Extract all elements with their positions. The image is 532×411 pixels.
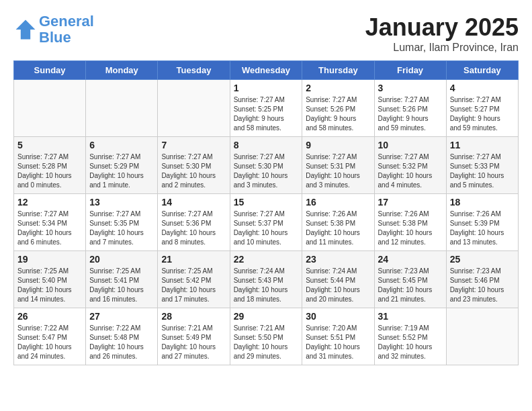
day-number: 5 bbox=[17, 140, 82, 150]
calendar-day-cell: 16Sunrise: 7:26 AM Sunset: 5:38 PM Dayli… bbox=[302, 194, 374, 251]
day-info: Sunrise: 7:25 AM Sunset: 5:42 PM Dayligh… bbox=[161, 267, 226, 304]
calendar-day-cell: 17Sunrise: 7:26 AM Sunset: 5:38 PM Dayli… bbox=[374, 194, 446, 251]
calendar-day-cell: 14Sunrise: 7:27 AM Sunset: 5:36 PM Dayli… bbox=[158, 194, 230, 251]
day-info: Sunrise: 7:20 AM Sunset: 5:51 PM Dayligh… bbox=[306, 324, 370, 361]
day-number: 27 bbox=[89, 311, 154, 322]
page-header: General Blue January 2025 Lumar, Ilam Pr… bbox=[13, 13, 519, 54]
day-info: Sunrise: 7:27 AM Sunset: 5:26 PM Dayligh… bbox=[378, 95, 443, 133]
calendar-day-cell: 18Sunrise: 7:26 AM Sunset: 5:39 PM Dayli… bbox=[446, 194, 518, 251]
day-info: Sunrise: 7:27 AM Sunset: 5:28 PM Dayligh… bbox=[17, 152, 82, 190]
day-number: 25 bbox=[450, 254, 515, 265]
day-info: Sunrise: 7:27 AM Sunset: 5:37 PM Dayligh… bbox=[234, 210, 299, 247]
day-info: Sunrise: 7:27 AM Sunset: 5:30 PM Dayligh… bbox=[161, 152, 226, 190]
calendar-day-cell: 26Sunrise: 7:22 AM Sunset: 5:47 PM Dayli… bbox=[14, 308, 86, 365]
day-number: 26 bbox=[17, 311, 82, 322]
day-number: 17 bbox=[378, 197, 443, 208]
day-number: 28 bbox=[161, 311, 226, 322]
calendar-week-row: 12Sunrise: 7:27 AM Sunset: 5:34 PM Dayli… bbox=[14, 194, 519, 251]
day-number: 12 bbox=[17, 197, 82, 208]
calendar-week-row: 1Sunrise: 7:27 AM Sunset: 5:25 PM Daylig… bbox=[14, 80, 519, 137]
weekday-header-cell: Tuesday bbox=[158, 61, 230, 80]
day-info: Sunrise: 7:27 AM Sunset: 5:30 PM Dayligh… bbox=[234, 152, 299, 190]
day-number: 14 bbox=[161, 197, 226, 208]
day-number: 4 bbox=[450, 83, 515, 93]
day-info: Sunrise: 7:23 AM Sunset: 5:45 PM Dayligh… bbox=[378, 267, 443, 304]
day-number: 29 bbox=[234, 311, 299, 322]
day-number: 22 bbox=[234, 254, 299, 265]
calendar-day-cell: 30Sunrise: 7:20 AM Sunset: 5:51 PM Dayli… bbox=[302, 308, 374, 365]
calendar-body: 1Sunrise: 7:27 AM Sunset: 5:25 PM Daylig… bbox=[14, 80, 519, 365]
day-number: 13 bbox=[89, 197, 154, 208]
calendar-day-cell: 25Sunrise: 7:23 AM Sunset: 5:46 PM Dayli… bbox=[446, 251, 518, 308]
day-number: 10 bbox=[378, 140, 443, 150]
day-number: 1 bbox=[234, 83, 299, 93]
calendar-day-cell: 24Sunrise: 7:23 AM Sunset: 5:45 PM Dayli… bbox=[374, 251, 446, 308]
day-info: Sunrise: 7:24 AM Sunset: 5:43 PM Dayligh… bbox=[234, 267, 299, 304]
day-info: Sunrise: 7:27 AM Sunset: 5:27 PM Dayligh… bbox=[450, 95, 515, 133]
day-number: 20 bbox=[89, 254, 154, 265]
day-info: Sunrise: 7:27 AM Sunset: 5:33 PM Dayligh… bbox=[450, 152, 515, 190]
day-number: 23 bbox=[306, 254, 370, 265]
calendar-week-row: 5Sunrise: 7:27 AM Sunset: 5:28 PM Daylig… bbox=[14, 137, 519, 194]
calendar-day-cell: 13Sunrise: 7:27 AM Sunset: 5:35 PM Dayli… bbox=[86, 194, 158, 251]
calendar-week-row: 26Sunrise: 7:22 AM Sunset: 5:47 PM Dayli… bbox=[14, 308, 519, 365]
day-info: Sunrise: 7:21 AM Sunset: 5:50 PM Dayligh… bbox=[234, 324, 299, 361]
calendar-day-cell: 10Sunrise: 7:27 AM Sunset: 5:32 PM Dayli… bbox=[374, 137, 446, 194]
day-info: Sunrise: 7:25 AM Sunset: 5:40 PM Dayligh… bbox=[17, 267, 82, 304]
calendar-day-cell: 28Sunrise: 7:21 AM Sunset: 5:49 PM Dayli… bbox=[158, 308, 230, 365]
title-section: January 2025 Lumar, Ilam Province, Iran bbox=[365, 13, 519, 54]
calendar-day-cell: 23Sunrise: 7:24 AM Sunset: 5:44 PM Dayli… bbox=[302, 251, 374, 308]
weekday-header-cell: Saturday bbox=[446, 61, 518, 80]
day-number: 30 bbox=[306, 311, 370, 322]
day-number: 3 bbox=[378, 83, 443, 93]
calendar-day-cell: 9Sunrise: 7:27 AM Sunset: 5:31 PM Daylig… bbox=[302, 137, 374, 194]
calendar-day-cell: 7Sunrise: 7:27 AM Sunset: 5:30 PM Daylig… bbox=[158, 137, 230, 194]
day-number: 19 bbox=[17, 254, 82, 265]
day-info: Sunrise: 7:26 AM Sunset: 5:38 PM Dayligh… bbox=[306, 210, 370, 247]
calendar-day-cell: 3Sunrise: 7:27 AM Sunset: 5:26 PM Daylig… bbox=[374, 80, 446, 137]
calendar-day-cell: 31Sunrise: 7:19 AM Sunset: 5:52 PM Dayli… bbox=[374, 308, 446, 365]
day-number: 31 bbox=[378, 311, 443, 322]
calendar-day-cell: 20Sunrise: 7:25 AM Sunset: 5:41 PM Dayli… bbox=[86, 251, 158, 308]
day-info: Sunrise: 7:26 AM Sunset: 5:38 PM Dayligh… bbox=[378, 210, 443, 247]
day-info: Sunrise: 7:27 AM Sunset: 5:35 PM Dayligh… bbox=[89, 210, 154, 247]
day-number: 16 bbox=[306, 197, 370, 208]
calendar-day-cell bbox=[86, 80, 158, 137]
calendar-day-cell: 22Sunrise: 7:24 AM Sunset: 5:43 PM Dayli… bbox=[230, 251, 302, 308]
day-info: Sunrise: 7:27 AM Sunset: 5:36 PM Dayligh… bbox=[161, 210, 226, 247]
calendar-day-cell: 27Sunrise: 7:22 AM Sunset: 5:48 PM Dayli… bbox=[86, 308, 158, 365]
weekday-header-row: SundayMondayTuesdayWednesdayThursdayFrid… bbox=[14, 61, 519, 80]
calendar-day-cell: 11Sunrise: 7:27 AM Sunset: 5:33 PM Dayli… bbox=[446, 137, 518, 194]
day-info: Sunrise: 7:22 AM Sunset: 5:47 PM Dayligh… bbox=[17, 324, 82, 361]
calendar-day-cell: 2Sunrise: 7:27 AM Sunset: 5:26 PM Daylig… bbox=[302, 80, 374, 137]
day-number: 6 bbox=[89, 140, 154, 150]
day-number: 7 bbox=[161, 140, 226, 150]
day-number: 21 bbox=[161, 254, 226, 265]
calendar-day-cell: 19Sunrise: 7:25 AM Sunset: 5:40 PM Dayli… bbox=[14, 251, 86, 308]
calendar-day-cell: 1Sunrise: 7:27 AM Sunset: 5:25 PM Daylig… bbox=[230, 80, 302, 137]
day-info: Sunrise: 7:27 AM Sunset: 5:32 PM Dayligh… bbox=[378, 152, 443, 190]
weekday-header-cell: Wednesday bbox=[230, 61, 302, 80]
logo-text: General Blue bbox=[39, 13, 94, 46]
calendar-title: January 2025 bbox=[365, 13, 519, 42]
day-info: Sunrise: 7:27 AM Sunset: 5:31 PM Dayligh… bbox=[306, 152, 370, 190]
logo-icon bbox=[13, 17, 38, 42]
day-info: Sunrise: 7:25 AM Sunset: 5:41 PM Dayligh… bbox=[89, 267, 154, 304]
weekday-header-cell: Friday bbox=[374, 61, 446, 80]
calendar-day-cell bbox=[14, 80, 86, 137]
day-info: Sunrise: 7:21 AM Sunset: 5:49 PM Dayligh… bbox=[161, 324, 226, 361]
calendar-day-cell: 12Sunrise: 7:27 AM Sunset: 5:34 PM Dayli… bbox=[14, 194, 86, 251]
calendar-day-cell: 15Sunrise: 7:27 AM Sunset: 5:37 PM Dayli… bbox=[230, 194, 302, 251]
day-info: Sunrise: 7:27 AM Sunset: 5:29 PM Dayligh… bbox=[89, 152, 154, 190]
day-info: Sunrise: 7:27 AM Sunset: 5:26 PM Dayligh… bbox=[306, 95, 370, 133]
day-info: Sunrise: 7:19 AM Sunset: 5:52 PM Dayligh… bbox=[378, 324, 443, 361]
day-info: Sunrise: 7:24 AM Sunset: 5:44 PM Dayligh… bbox=[306, 267, 370, 304]
calendar-day-cell: 6Sunrise: 7:27 AM Sunset: 5:29 PM Daylig… bbox=[86, 137, 158, 194]
weekday-header-cell: Thursday bbox=[302, 61, 374, 80]
weekday-header-cell: Sunday bbox=[14, 61, 86, 80]
day-info: Sunrise: 7:27 AM Sunset: 5:25 PM Dayligh… bbox=[234, 95, 299, 133]
day-info: Sunrise: 7:26 AM Sunset: 5:39 PM Dayligh… bbox=[450, 210, 515, 247]
calendar-day-cell bbox=[446, 308, 518, 365]
calendar-day-cell bbox=[158, 80, 230, 137]
logo: General Blue bbox=[13, 13, 94, 46]
